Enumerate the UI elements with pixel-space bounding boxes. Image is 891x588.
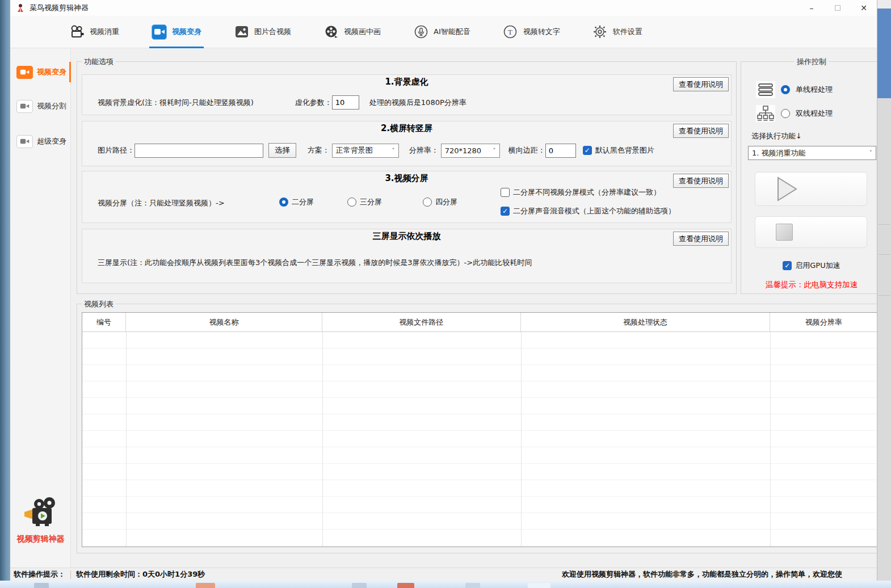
close-button[interactable]: ✕ bbox=[851, 0, 877, 16]
statusbar: 软件操作提示： 软件使用剩余时间：0天0小时1分39秒 欢迎使用视频剪辑神器，软… bbox=[10, 568, 877, 581]
function-options-panel: 功能选项 1.背景虚化 查看使用说明 视频背景虚化(注：很耗时间-只能处理竖频视… bbox=[77, 61, 737, 294]
background-window-sliver bbox=[877, 0, 891, 588]
taskbar-sliver bbox=[0, 581, 891, 588]
sidebar-item-video-split[interactable]: 视频分割 bbox=[10, 94, 71, 118]
scheme-value: 正常背景图 bbox=[336, 145, 373, 156]
video-table-body bbox=[82, 332, 877, 547]
movie-camera-logo-icon bbox=[22, 497, 60, 530]
choose-button[interactable]: 选择 bbox=[268, 143, 296, 158]
resolution-dropdown[interactable]: 720*1280 ˅ bbox=[441, 144, 500, 158]
tab-video-to-text[interactable]: T 视频转文字 bbox=[503, 16, 560, 48]
sidebar-item-label: 视频分割 bbox=[37, 101, 66, 111]
black-background-checkbox[interactable]: ✓ bbox=[583, 146, 592, 155]
movie-camera-icon bbox=[69, 24, 85, 40]
video-camera-icon bbox=[16, 100, 33, 113]
video-camera-icon bbox=[16, 66, 33, 79]
section-background-blur: 1.背景虚化 查看使用说明 视频背景虚化(注：很耗时间-只能处理竖频视频) 虚化… bbox=[82, 74, 732, 115]
image-path-input[interactable] bbox=[135, 144, 263, 158]
operation-control-panel: 操作控制 单线程处理 双线程处理 选择执行功能↓ 1. 视频消重功能 ˅ bbox=[741, 61, 877, 294]
scheme-dropdown[interactable]: 正常背景图 ˅ bbox=[332, 144, 399, 158]
dual-thread-row: 双线程处理 bbox=[756, 105, 833, 122]
chevron-down-icon: ˅ bbox=[392, 147, 395, 154]
two-split-label: 二分屏 bbox=[292, 197, 314, 207]
tab-ai-voiceover[interactable]: AI智能配音 bbox=[413, 16, 470, 48]
two-split-radio[interactable] bbox=[279, 198, 288, 207]
tab-video-dedupe[interactable]: 视频消重 bbox=[69, 16, 119, 48]
select-function-label: 选择执行功能↓ bbox=[751, 131, 802, 141]
tab-label: 软件设置 bbox=[613, 27, 642, 37]
audio-mix-mode-checkbox[interactable]: ✓ bbox=[501, 207, 510, 216]
panel-title: 视频列表 bbox=[82, 299, 116, 309]
different-video-mode-label: 二分屏不同视频分屏模式（分辨率建议一致） bbox=[513, 187, 661, 198]
tab-label: 视频画中画 bbox=[344, 27, 381, 37]
gear-icon bbox=[592, 24, 608, 40]
tab-video-transform[interactable]: 视频变身 bbox=[152, 16, 201, 48]
desktop-background-strip bbox=[0, 0, 10, 588]
column-header-resolution[interactable]: 视频分辨率 bbox=[770, 313, 877, 331]
tab-picture-in-picture[interactable]: 视频画中画 bbox=[323, 16, 381, 48]
status-label: 软件操作提示： bbox=[10, 569, 65, 579]
dual-thread-label: 双线程处理 bbox=[796, 108, 833, 119]
four-split-label: 四分屏 bbox=[435, 197, 457, 207]
status-separator bbox=[70, 570, 71, 579]
help-button[interactable]: 查看使用说明 bbox=[673, 232, 729, 246]
sidebar-item-label: 视频变身 bbox=[37, 67, 66, 77]
single-thread-radio[interactable] bbox=[781, 85, 790, 94]
play-icon bbox=[776, 177, 798, 201]
svg-text:T: T bbox=[508, 28, 512, 36]
app-logo: 视频剪辑神器 bbox=[10, 497, 71, 544]
tab-label: 视频变身 bbox=[172, 27, 201, 37]
gpu-checkbox[interactable]: ✓ bbox=[783, 261, 792, 270]
resolution-label: 分辨率： bbox=[409, 145, 439, 156]
image-path-label: 图片路径： bbox=[98, 145, 135, 156]
help-button[interactable]: 查看使用说明 bbox=[673, 77, 729, 91]
background-window-header bbox=[877, 9, 891, 98]
stop-button[interactable] bbox=[755, 216, 867, 248]
stop-icon bbox=[776, 224, 793, 241]
logo-text: 视频剪辑神器 bbox=[10, 534, 71, 544]
tab-label: 视频消重 bbox=[90, 27, 119, 37]
three-split-radio[interactable] bbox=[347, 198, 356, 207]
column-header-status[interactable]: 视频处理状态 bbox=[521, 313, 771, 331]
minimize-icon: – bbox=[810, 3, 814, 12]
tab-image-to-video[interactable]: 图片合视频 bbox=[234, 16, 291, 48]
column-header-path[interactable]: 视频文件路径 bbox=[322, 313, 521, 331]
different-video-mode-checkbox[interactable] bbox=[501, 188, 510, 197]
background-window-titlebar bbox=[877, 0, 891, 9]
splitscreen-description: 视频分屏（注：只能处理竖频视频）-> bbox=[98, 198, 225, 208]
remaining-time-text: 软件使用剩余时间：0天0小时1分39秒 bbox=[76, 569, 205, 579]
maximize-button[interactable] bbox=[825, 0, 851, 16]
column-header-name[interactable]: 视频名称 bbox=[126, 313, 322, 331]
column-header-number[interactable]: 编号 bbox=[82, 313, 126, 331]
margin-input[interactable] bbox=[545, 144, 576, 158]
panel-title: 操作控制 bbox=[795, 57, 829, 67]
minimize-button[interactable]: – bbox=[798, 0, 825, 16]
help-button[interactable]: 查看使用说明 bbox=[673, 174, 729, 188]
text-icon: T bbox=[503, 24, 518, 40]
sidebar-item-video-transform[interactable]: 视频变身 bbox=[10, 60, 71, 84]
triple-screen-description: 三屏显示(注：此功能会按顺序从视频列表里面每3个视频合成一个三屏显示视频，播放的… bbox=[98, 258, 532, 268]
single-thread-icon bbox=[756, 81, 775, 98]
video-table[interactable]: 编号 视频名称 视频文件路径 视频处理状态 视频分辨率 bbox=[82, 312, 877, 547]
window-title: 菜鸟视频剪辑神器 bbox=[30, 3, 89, 13]
gpu-row: ✓ 启用GPU加速 bbox=[741, 261, 877, 271]
welcome-text: 欢迎使用视频剪辑神器，软件功能非常多，功能都是独立分明的，操作简单，欢迎您使 bbox=[562, 569, 842, 579]
dual-thread-radio[interactable] bbox=[781, 109, 790, 118]
section-title: 三屏显示依次播放 bbox=[82, 229, 731, 242]
function-dropdown[interactable]: 1. 视频消重功能 ˅ bbox=[748, 146, 876, 160]
tab-label: AI智能配音 bbox=[434, 27, 470, 37]
sidebar-item-super-transform[interactable]: 超级变身 bbox=[10, 129, 71, 153]
tab-settings[interactable]: 软件设置 bbox=[592, 16, 642, 48]
blur-param-input[interactable] bbox=[332, 95, 359, 110]
chevron-down-icon: ˅ bbox=[869, 149, 873, 157]
audio-mix-mode-label: 二分屏声音混音模式（上面这个功能的辅助选项） bbox=[513, 206, 675, 216]
dual-thread-icon bbox=[756, 105, 775, 122]
help-button[interactable]: 查看使用说明 bbox=[673, 124, 729, 138]
three-split-label: 三分屏 bbox=[360, 197, 382, 207]
start-button[interactable] bbox=[755, 172, 867, 206]
tab-label: 图片合视频 bbox=[254, 27, 291, 37]
scheme-label: 方案： bbox=[308, 145, 330, 156]
gpu-label: 启用GPU加速 bbox=[795, 261, 840, 271]
section-video-splitscreen: 3.视频分屏 查看使用说明 视频分屏（注：只能处理竖频视频）-> 二分屏 三分屏… bbox=[82, 171, 732, 223]
four-split-radio[interactable] bbox=[423, 198, 432, 207]
